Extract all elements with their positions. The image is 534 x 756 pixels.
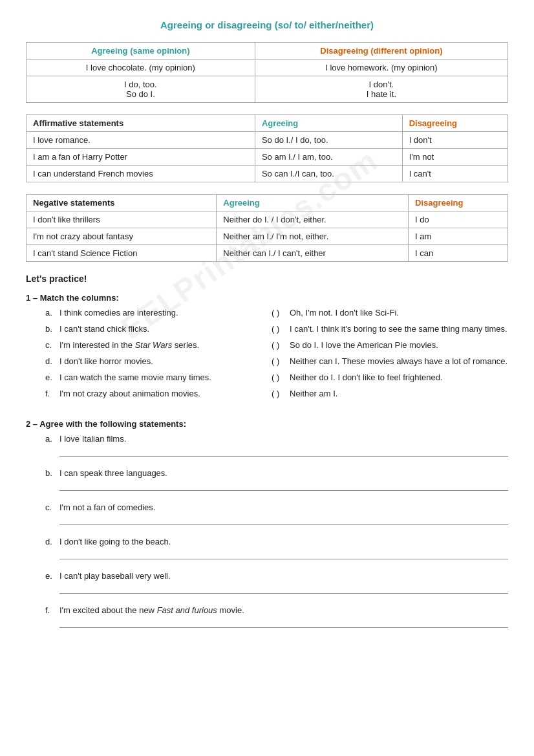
match-right-item: ( ) Neither do I. I don't like to feel f… xyxy=(272,373,508,382)
match-right-item: ( ) So do I. I love the American Pie mov… xyxy=(272,340,508,350)
agree-item-f: f. I'm excited about the new Fast and fu… xyxy=(45,605,508,628)
table2-r3c3: I can't xyxy=(402,166,507,182)
agree-text-e: I can't play baseball very well. xyxy=(59,571,508,581)
agree-label-e: e. xyxy=(45,571,59,581)
table3-header-1: Agreeing xyxy=(217,195,409,211)
match-text-a: I think comedies are interesting. xyxy=(59,308,265,318)
affirmative-table: Affirmative statements Agreeing Disagree… xyxy=(26,114,508,182)
agree-label-c: c. xyxy=(45,502,59,512)
table2-r1c3: I don't xyxy=(402,132,507,149)
match-label-d: d. xyxy=(45,356,59,366)
agree-label-b: b. xyxy=(45,468,59,478)
agree-item-e: e. I can't play baseball very well. xyxy=(45,571,508,594)
table1-row1-col1: I love chocolate. (my opinion) xyxy=(27,59,255,76)
agree-item-a: a. I love Italian films. xyxy=(45,434,508,457)
paren-box: ( ) xyxy=(272,308,286,318)
right-text: Neither can I. These movies always have … xyxy=(290,356,508,366)
match-text-b: I can't stand chick flicks. xyxy=(59,324,265,334)
match-item: f. I'm not crazy about animation movies. xyxy=(45,389,265,398)
match-item: d. I don't like horror movies. xyxy=(45,356,265,366)
match-label-c: c. xyxy=(45,340,59,350)
match-right-item: ( ) Neither am I. xyxy=(272,389,508,398)
table2-header-1: Agreeing xyxy=(255,115,402,132)
table2-r2c3: I'm not xyxy=(402,149,507,166)
table1-col2-header: Disagreeing (different opinion) xyxy=(255,43,507,59)
table3-header-2: Disagreeing xyxy=(409,195,508,211)
match-right-item: ( ) Neither can I. These movies always h… xyxy=(272,356,508,366)
agree-item-d: d. I don't like going to the beach. xyxy=(45,537,508,559)
agree-text-d: I don't like going to the beach. xyxy=(59,537,508,546)
paren-box: ( ) xyxy=(272,373,286,382)
table1-row2-col2: I don't. I hate it. xyxy=(255,76,507,103)
answer-line-d xyxy=(59,549,508,559)
match-item: e. I can watch the same movie many times… xyxy=(45,373,265,382)
match-text-e: I can watch the same movie many times. xyxy=(59,373,265,382)
match-right-col: ( ) Oh, I'm not. I don't like Sci-Fi. ( … xyxy=(272,308,508,405)
match-section: a. I think comedies are interesting. b. … xyxy=(26,308,508,405)
right-text: Neither do I. I don't like to feel frigh… xyxy=(290,373,508,382)
page-title: Agreeing or disagreeing (so/ to/ either/… xyxy=(26,19,508,30)
table1-row1-col2: I love homework. (my opinion) xyxy=(255,59,507,76)
right-text: Neither am I. xyxy=(290,389,508,398)
agree-item-c: c. I'm not a fan of comedies. xyxy=(45,502,508,525)
section1-title: 1 – Match the columns: xyxy=(26,293,508,303)
match-item: b. I can't stand chick flicks. xyxy=(45,324,265,334)
table2-header-0: Affirmative statements xyxy=(27,115,255,132)
match-text-c: I'm interested in the Star Wars series. xyxy=(59,340,265,350)
negative-table: Negative statements Agreeing Disagreeing… xyxy=(26,194,508,262)
match-label-e: e. xyxy=(45,373,59,382)
table2-r3c2: So can I./I can, too. xyxy=(255,166,402,182)
table3-r3c3: I can xyxy=(409,245,508,262)
match-text-f: I'm not crazy about animation movies. xyxy=(59,389,265,398)
paren-box: ( ) xyxy=(272,340,286,350)
right-text: Oh, I'm not. I don't like Sci-Fi. xyxy=(290,308,508,318)
table3-r3c2: Neither can I./ I can't, either xyxy=(217,245,409,262)
match-right-item: ( ) I can't. I think it's boring to see … xyxy=(272,324,508,334)
agree-label-a: a. xyxy=(45,434,59,444)
agree-text-a: I love Italian films. xyxy=(59,434,508,444)
agree-text-b: I can speak three languages. xyxy=(59,468,508,478)
agree-list: a. I love Italian films. b. I can speak … xyxy=(45,434,508,628)
overview-table: Agreeing (same opinion) Disagreeing (dif… xyxy=(26,42,508,103)
answer-line-c xyxy=(59,515,508,525)
match-item: a. I think comedies are interesting. xyxy=(45,308,265,318)
answer-line-f xyxy=(59,618,508,628)
paren-box: ( ) xyxy=(272,356,286,366)
match-container: a. I think comedies are interesting. b. … xyxy=(45,308,508,405)
agree-label-d: d. xyxy=(45,537,59,546)
agree-label-f: f. xyxy=(45,605,59,615)
table3-r3c1: I can't stand Science Fiction xyxy=(27,245,217,262)
match-label-b: b. xyxy=(45,324,59,334)
table3-r1c3: I do xyxy=(409,211,508,228)
section2-title: 2 – Agree with the following statements: xyxy=(26,419,508,429)
table2-r1c1: I love romance. xyxy=(27,132,255,149)
answer-line-a xyxy=(59,446,508,457)
right-text: I can't. I think it's boring to see the … xyxy=(290,324,508,334)
table3-header-0: Negative statements xyxy=(27,195,217,211)
paren-box: ( ) xyxy=(272,389,286,398)
match-item: c. I'm interested in the Star Wars serie… xyxy=(45,340,265,350)
table2-r1c2: So do I./ I do, too. xyxy=(255,132,402,149)
table2-r2c2: So am I./ I am, too. xyxy=(255,149,402,166)
table2-r3c1: I can understand French movies xyxy=(27,166,255,182)
table2-header-2: Disagreeing xyxy=(402,115,507,132)
match-label-a: a. xyxy=(45,308,59,318)
table3-r2c3: I am xyxy=(409,228,508,245)
agree-section: a. I love Italian films. b. I can speak … xyxy=(26,434,508,628)
match-text-d: I don't like horror movies. xyxy=(59,356,265,366)
agree-text-f: I'm excited about the new Fast and furio… xyxy=(59,605,508,615)
table3-r2c2: Neither am I./ I'm not, either. xyxy=(217,228,409,245)
table2-r2c1: I am a fan of Harry Potter xyxy=(27,149,255,166)
agree-item-b: b. I can speak three languages. xyxy=(45,468,508,491)
match-left-col: a. I think comedies are interesting. b. … xyxy=(45,308,265,405)
table1-col1-header: Agreeing (same opinion) xyxy=(27,43,255,59)
table3-r1c2: Neither do I. / I don't, either. xyxy=(217,211,409,228)
table1-row2-col1: I do, too. So do I. xyxy=(27,76,255,103)
table3-r1c1: I don't like thrillers xyxy=(27,211,217,228)
answer-line-b xyxy=(59,481,508,491)
agree-text-c: I'm not a fan of comedies. xyxy=(59,502,508,512)
table3-r2c1: I'm not crazy about fantasy xyxy=(27,228,217,245)
right-text: So do I. I love the American Pie movies. xyxy=(290,340,508,350)
paren-box: ( ) xyxy=(272,324,286,334)
practice-title: Let's practice! xyxy=(26,274,508,284)
